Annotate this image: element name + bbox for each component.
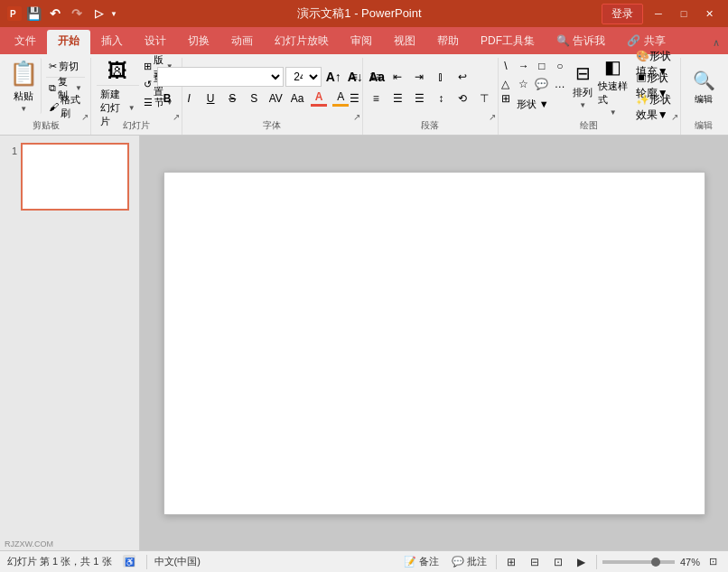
ribbon: 📋 粘贴 ▼ ✂ 剪切 ⧉ 复制 ▼ 🖌 格式刷 [0, 54, 728, 136]
align-center-button[interactable]: ≡ [366, 89, 386, 108]
align-left-button[interactable]: ☰ [344, 89, 364, 108]
editing-group-label: 编辑 [686, 117, 721, 135]
number-list-button[interactable]: 1≡ [366, 67, 386, 87]
new-slide-caret[interactable]: ▼ [128, 104, 135, 112]
font-size-select[interactable]: 24 [285, 67, 322, 87]
arrange-button[interactable]: ⊟ 排列 ▼ [572, 58, 594, 114]
reading-view-button[interactable]: ⊡ [549, 554, 567, 570]
shape-line[interactable]: \ [498, 58, 514, 74]
format-painter-button[interactable]: 🖌 格式刷 [46, 98, 85, 115]
slide-thumbnail-1[interactable] [21, 143, 129, 211]
line-spacing-button[interactable]: ↕ [431, 89, 451, 108]
layout-icon: ⊞ [144, 61, 152, 72]
new-slide-button[interactable]: 🖼 新建幻灯片 ▼ [97, 58, 139, 114]
increase-font-button[interactable]: A↑ [323, 67, 343, 87]
tab-view[interactable]: 视图 [383, 30, 426, 54]
cut-button[interactable]: ✂ 剪切 [46, 58, 85, 75]
new-slide-top[interactable]: 🖼 [97, 58, 139, 86]
charspace-button[interactable]: AV [266, 89, 285, 108]
shape-callout[interactable]: 💬 [534, 76, 550, 92]
ribbon-group-editing: 🔍 编辑 编辑 [681, 58, 726, 135]
login-button[interactable]: 登录 [602, 4, 643, 24]
text-direction-button[interactable]: ⟲ [453, 89, 472, 108]
accessibility-button[interactable]: ♿ [119, 553, 139, 571]
minimize-button[interactable]: ─ [647, 4, 670, 23]
font-family-select[interactable] [157, 67, 284, 87]
shape-rect[interactable]: □ [534, 58, 550, 74]
zoom-thumb [651, 558, 660, 567]
slideshow-button[interactable]: ▶ [573, 554, 591, 570]
ribbon-group-font: 24 A↑ A↓ Aa B I U S S AV Aa A [182, 58, 363, 135]
ribbon-group-drawing: \ → □ ○ △ ☆ 💬 … 形状 ▼ ⊟ 排列 ▼ ◧ 快速样式 ▼ [499, 58, 681, 135]
redo-button[interactable]: ↷ [67, 4, 87, 23]
align-right-button[interactable]: ☰ [387, 89, 407, 108]
quick-style-button[interactable]: ◧ 快速样式 ▼ [598, 58, 629, 114]
tab-review[interactable]: 审阅 [340, 30, 383, 54]
slide-sorter-button[interactable]: ⊟ [526, 554, 544, 570]
shape-oval[interactable]: ○ [552, 58, 568, 74]
tab-slideshow[interactable]: 幻灯片放映 [264, 30, 340, 54]
strikethrough-button[interactable]: S [222, 89, 242, 108]
quick-style-caret[interactable]: ▼ [610, 108, 617, 117]
clipboard-expander[interactable]: ↗ [81, 112, 89, 122]
tab-help[interactable]: 帮助 [426, 30, 470, 54]
qat-more[interactable]: ▼ [110, 10, 117, 18]
italic-button[interactable]: I [179, 89, 199, 108]
tab-tell-me[interactable]: 🔍 告诉我 [546, 30, 616, 54]
main-area: 1 [0, 136, 728, 550]
copy-dropdown[interactable]: ▼ [75, 84, 82, 92]
underline-button[interactable]: U [201, 89, 220, 108]
bullet-list-button[interactable]: ≡ [344, 67, 364, 87]
normal-view-button[interactable]: ⊞ [502, 554, 520, 570]
maximize-button[interactable]: □ [672, 4, 695, 23]
align-text-button[interactable]: ⊤ [474, 89, 494, 108]
zoom-slider[interactable] [602, 560, 675, 564]
shape-tri[interactable]: △ [498, 76, 514, 92]
save-button[interactable]: 💾 [23, 4, 43, 23]
divider-3 [596, 555, 597, 569]
ribbon-tabs: 文件 开始 插入 设计 切换 动画 幻灯片放映 审阅 视图 帮助 PDF工具集 … [0, 27, 728, 54]
arrange-caret[interactable]: ▼ [579, 101, 586, 109]
slide-canvas[interactable] [163, 172, 705, 515]
close-button[interactable]: ✕ [697, 4, 721, 23]
arrange-icon: ⊟ [575, 62, 591, 84]
paragraph-expander[interactable]: ↗ [489, 112, 496, 122]
tab-animations[interactable]: 动画 [220, 30, 264, 54]
undo-button[interactable]: ↶ [45, 4, 65, 23]
case-button[interactable]: Aa [287, 89, 307, 108]
tab-home[interactable]: 开始 [47, 30, 90, 54]
tab-file[interactable]: 文件 [4, 30, 47, 54]
rtl-button[interactable]: ↩ [453, 67, 472, 87]
comments-button[interactable]: 💬 批注 [448, 553, 490, 570]
paste-button[interactable]: 📋 粘贴 ▼ [7, 58, 42, 114]
decrease-indent-button[interactable]: ⇤ [387, 67, 407, 87]
shadow-button[interactable]: S [244, 89, 264, 108]
tab-insert[interactable]: 插入 [90, 30, 134, 54]
ribbon-collapse-button[interactable]: ∧ [705, 33, 728, 52]
shape-arrow[interactable]: → [516, 58, 532, 74]
drawing-expander[interactable]: ↗ [671, 112, 678, 122]
present-button[interactable]: ▷ [89, 4, 108, 23]
font-color-button[interactable]: A [309, 89, 329, 108]
columns-button[interactable]: ⫿ [431, 67, 451, 87]
paste-dropdown[interactable]: ▼ [20, 105, 27, 113]
tab-transitions[interactable]: 切换 [177, 30, 220, 54]
tab-pdf[interactable]: PDF工具集 [470, 30, 546, 54]
status-bar: 幻灯片 第 1 张，共 1 张 ♿ 中文(中国) 📝 备注 💬 批注 ⊞ ⊟ ⊡… [0, 550, 728, 572]
bold-button[interactable]: B [157, 89, 177, 108]
quick-style-label: 快速样式 [598, 80, 629, 107]
shape-more[interactable]: … [552, 76, 568, 92]
notes-label: 备注 [419, 556, 439, 567]
shape-picker: \ → □ ○ △ ☆ 💬 … 形状 ▼ [498, 58, 568, 114]
svg-text:P: P [10, 9, 16, 19]
tab-design[interactable]: 设计 [134, 30, 177, 54]
increase-indent-button[interactable]: ⇥ [409, 67, 429, 87]
fit-slide-button[interactable]: ⊡ [705, 554, 721, 569]
notes-button[interactable]: 📝 备注 [400, 553, 443, 570]
edit-search-button[interactable]: 🔍 编辑 [686, 60, 721, 116]
shape-star[interactable]: ☆ [516, 76, 532, 92]
cut-icon: ✂ [49, 61, 57, 72]
slide-info: 幻灯片 第 1 张，共 1 张 [7, 555, 112, 568]
shape-button[interactable]: 形状 ▼ [513, 94, 553, 114]
justify-button[interactable]: ☰ [409, 89, 429, 108]
